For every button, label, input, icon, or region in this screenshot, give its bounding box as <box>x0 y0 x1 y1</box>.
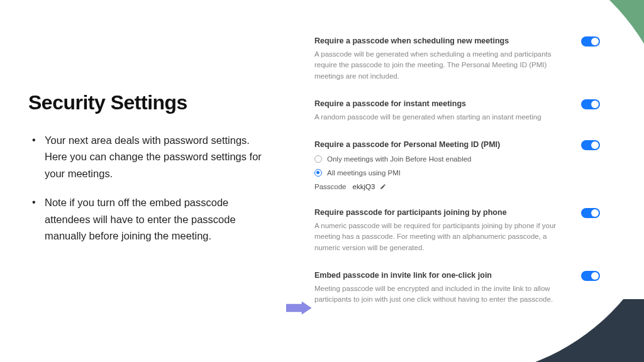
setting-desc: A passcode will be generated when schedu… <box>314 49 600 82</box>
toggle-passcode-new-meetings[interactable] <box>581 36 600 47</box>
radio-label: Only meetings with Join Before Host enab… <box>327 155 471 163</box>
setting-title: Require a passcode for instant meetings <box>314 99 600 108</box>
radio-label: All meetings using PMI <box>327 169 401 177</box>
edit-icon[interactable] <box>380 184 386 190</box>
setting-embed-passcode: Embed passcode in invite link for one-cl… <box>314 271 600 305</box>
pmi-passcode-row: Passcode ekkjQ3 <box>314 183 600 190</box>
setting-title: Require passcode for participants joinin… <box>314 208 600 217</box>
setting-passcode-pmi: Require a passcode for Personal Meeting … <box>314 140 600 190</box>
toggle-passcode-pmi[interactable] <box>581 140 600 150</box>
radio-icon <box>314 155 322 163</box>
toggle-passcode-phone[interactable] <box>581 208 600 218</box>
settings-panel: Require a passcode when scheduling new m… <box>296 0 644 362</box>
toggle-passcode-instant[interactable] <box>581 99 600 109</box>
bullet-item: Your next area deals with password setti… <box>28 132 270 182</box>
slide-text-column: Security Settings Your next area deals w… <box>0 0 296 362</box>
radio-all-pmi[interactable]: All meetings using PMI <box>314 169 600 177</box>
toggle-embed-passcode[interactable] <box>581 271 600 281</box>
setting-title: Require a passcode for Personal Meeting … <box>314 140 600 149</box>
setting-desc: A random passcode will be generated when… <box>314 112 600 123</box>
setting-passcode-new-meetings: Require a passcode when scheduling new m… <box>314 36 600 82</box>
bullet-item: Note if you turn off the embed passcode … <box>28 194 270 244</box>
passcode-value: ekkjQ3 <box>353 183 375 190</box>
setting-desc: Meeting passcode will be encrypted and i… <box>314 283 600 305</box>
svg-marker-0 <box>286 302 311 314</box>
setting-title: Embed passcode in invite link for one-cl… <box>314 271 600 280</box>
setting-title: Require a passcode when scheduling new m… <box>314 36 600 45</box>
setting-passcode-phone: Require passcode for participants joinin… <box>314 208 600 253</box>
pmi-radio-group: Only meetings with Join Before Host enab… <box>314 155 600 190</box>
callout-arrow-icon <box>286 302 311 314</box>
setting-desc: A numeric passcode will be required for … <box>314 221 600 253</box>
setting-passcode-instant: Require a passcode for instant meetings … <box>314 99 600 123</box>
radio-join-before-host[interactable]: Only meetings with Join Before Host enab… <box>314 155 600 163</box>
bullet-list: Your next area deals with password setti… <box>28 132 270 244</box>
passcode-label: Passcode <box>314 183 347 190</box>
page-title: Security Settings <box>28 91 270 114</box>
radio-icon <box>314 169 322 177</box>
